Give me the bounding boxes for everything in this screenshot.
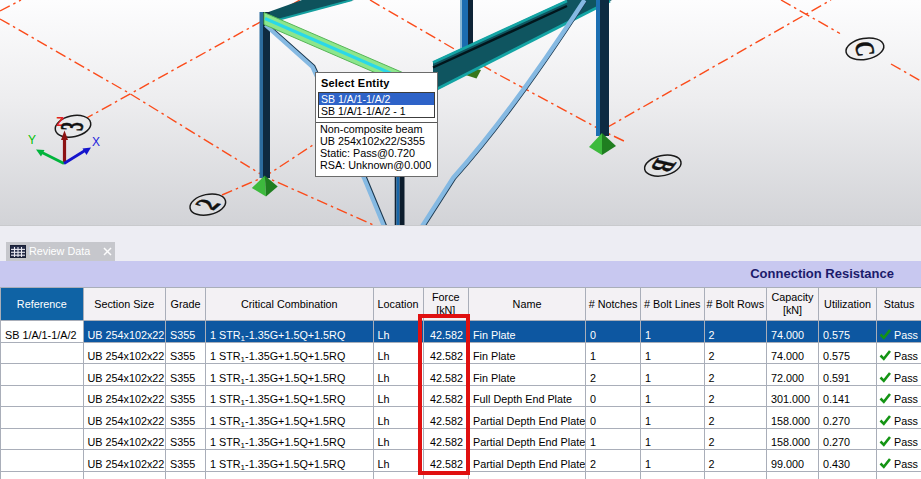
svg-text:Y: Y [28, 133, 36, 147]
svg-text:3: 3 [53, 121, 91, 131]
svg-text:X: X [92, 135, 100, 149]
